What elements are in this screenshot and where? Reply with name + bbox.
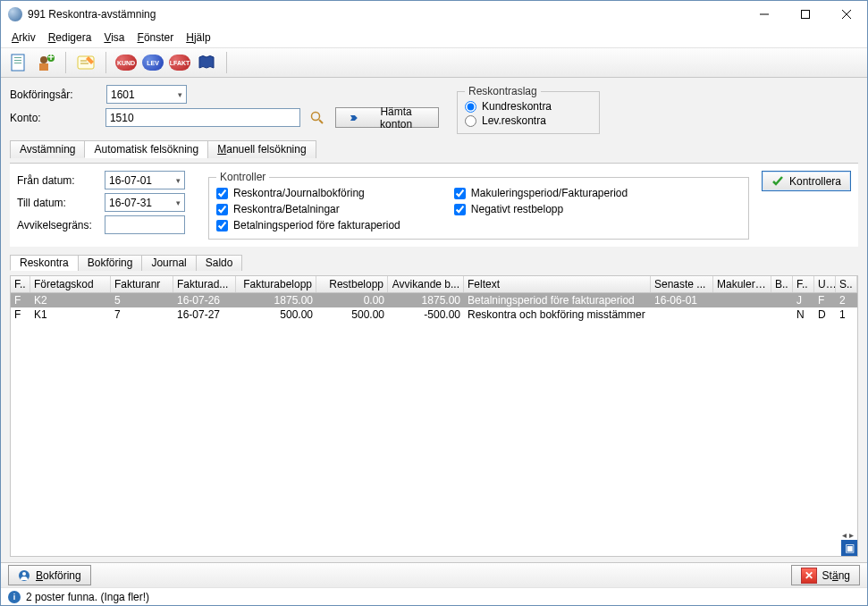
chk-betalningsperiod[interactable] (216, 220, 228, 231)
stang-button[interactable]: ✕ Stäng (791, 565, 860, 585)
kundreskontra-label: Kundreskontra (482, 100, 552, 113)
hamta-konton-label: Hämta konton (363, 105, 429, 130)
col-fakturanr[interactable]: Fakturanr (111, 276, 173, 292)
kontrollera-button[interactable]: Kontrollera (762, 171, 851, 191)
edit-note-icon[interactable] (75, 52, 97, 73)
col-foretagskod[interactable]: Företagskod (30, 276, 111, 292)
col-f2[interactable]: F.. (793, 276, 814, 292)
chk-negativt-restbelopp[interactable] (454, 204, 466, 215)
grid-corner-icon[interactable]: ▣ (841, 540, 857, 556)
menu-visa[interactable]: Visa (98, 29, 130, 46)
chevron-down-icon: ▾ (176, 176, 181, 185)
kontrollera-label: Kontrollera (789, 175, 841, 188)
scroll-arrows-icon[interactable]: ◂ ▸ (842, 530, 857, 540)
chk-reskontra-betalningar[interactable] (216, 204, 228, 215)
chk1-label: Reskontra/Journalbokföring (233, 187, 365, 199)
col-restbelopp[interactable]: Restbelopp (316, 276, 388, 292)
top-form-left: Bokföringsår: 1601 ▾ Konto: Hämta konton (10, 85, 439, 131)
svg-point-15 (312, 112, 320, 120)
info-icon: i (8, 591, 21, 603)
fran-datum-value: 16-07-01 (109, 174, 152, 187)
app-window: 991 Reskontra-avstämning Arkiv Redigera … (0, 0, 868, 606)
subtab-reskontra[interactable]: Reskontra (10, 255, 79, 271)
table-row[interactable]: F K1 7 16-07-27 500.00 500.00 -500.00 Re… (11, 307, 857, 322)
kund-badge-icon[interactable]: KUND (115, 52, 137, 73)
chk-makuleringsperiod[interactable] (454, 188, 466, 199)
cell: D (814, 308, 836, 321)
fran-datum-combo[interactable]: 16-07-01 ▾ (105, 171, 185, 189)
hamta-konton-button[interactable]: Hämta konton (335, 107, 439, 128)
menu-bar: Arkiv Redigera Visa Fönster Hjälp (1, 28, 867, 47)
cell: 500.00 (236, 308, 316, 321)
konto-input[interactable] (105, 108, 300, 127)
tab-automatisk-felsokning[interactable]: Automatisk felsökning (84, 140, 208, 158)
col-fakturad[interactable]: Fakturad... (173, 276, 236, 292)
bottom-bar: Bokföring ✕ Stäng (1, 562, 867, 587)
svg-text:+: + (47, 53, 54, 63)
cell: 5 (111, 294, 173, 307)
svg-line-16 (319, 120, 323, 123)
user-add-icon[interactable]: + (35, 52, 56, 73)
kundreskontra-radio[interactable] (465, 101, 476, 113)
svg-rect-6 (14, 60, 21, 61)
col-s[interactable]: S.. (836, 276, 857, 292)
top-form-row: Bokföringsår: 1601 ▾ Konto: Hämta konton (10, 85, 858, 134)
chevron-down-icon: ▾ (176, 198, 181, 207)
cell: 7 (111, 308, 173, 321)
col-feltext[interactable]: Feltext (464, 276, 651, 292)
col-fakturabelopp[interactable]: Fakturabelopp (236, 276, 316, 292)
maximize-button[interactable] (785, 1, 826, 28)
menu-fonster[interactable]: Fönster (132, 29, 180, 46)
status-text: 2 poster funna. (Inga fler!) (26, 591, 149, 603)
svg-rect-5 (14, 57, 21, 58)
close-button[interactable] (826, 1, 867, 28)
cell: K2 (30, 294, 111, 307)
cell: Reskontra och bokföring misstämmer (464, 308, 651, 321)
bokforing-button[interactable]: Bokföring (8, 565, 91, 585)
col-b[interactable]: B.. (771, 276, 793, 292)
bokforingsar-combo[interactable]: 1601 ▾ (106, 85, 187, 104)
tab-avstamning[interactable]: Avstämning (10, 140, 85, 158)
col-u[interactable]: U.. (814, 276, 836, 292)
subtab-journal[interactable]: Journal (141, 255, 196, 271)
grid-body[interactable]: F K2 5 16-07-26 1875.00 0.00 1875.00 Bet… (11, 293, 857, 556)
col-senaste[interactable]: Senaste ... (651, 276, 713, 292)
toolbar-separator (65, 52, 66, 73)
close-icon: ✕ (801, 568, 817, 584)
cell: J (793, 294, 814, 307)
result-grid: F.. Företagskod Fakturanr Fakturad... Fa… (10, 275, 858, 557)
tab-manuell-felsokning[interactable]: Manuell felsökning (207, 140, 316, 158)
menu-arkiv[interactable]: Arkiv (6, 29, 41, 46)
col-f[interactable]: F.. (11, 276, 30, 292)
cell: Betalningsperiod före fakturaperiod (464, 294, 651, 307)
svg-point-8 (40, 56, 47, 63)
toolbar: + KUND LEV LFAKT (1, 47, 867, 78)
subtab-bokforing[interactable]: Bokföring (78, 255, 143, 271)
cell: 16-06-01 (651, 294, 713, 307)
lfakt-badge-icon[interactable]: LFAKT (169, 52, 190, 73)
subtab-saldo[interactable]: Saldo (196, 255, 243, 271)
levreskontra-label: Lev.reskontra (482, 114, 546, 127)
menu-hjalp[interactable]: Hjälp (181, 29, 215, 46)
toolbar-separator (226, 52, 227, 73)
cell: F (11, 308, 30, 321)
book-icon[interactable] (196, 52, 217, 73)
reskontraslag-group: Reskontraslag Kundreskontra Lev.reskontr… (457, 85, 600, 134)
table-row[interactable]: F K2 5 16-07-26 1875.00 0.00 1875.00 Bet… (11, 293, 857, 307)
till-datum-value: 16-07-31 (109, 197, 152, 209)
minimize-button[interactable] (744, 1, 785, 28)
grid-footer-controls: ◂ ▸ ▣ (841, 530, 857, 556)
col-avvikande[interactable]: Avvikande b... (388, 276, 464, 292)
search-konto-button[interactable] (308, 108, 329, 128)
chk-reskontra-journal[interactable] (216, 188, 228, 199)
col-makulera[interactable]: Makulera... (713, 276, 771, 292)
content-area: Bokföringsår: 1601 ▾ Konto: Hämta konton (1, 78, 867, 562)
bokforingsar-value: 1601 (111, 88, 135, 101)
lev-badge-icon[interactable]: LEV (142, 52, 164, 73)
avvikelsegrans-input[interactable] (105, 215, 185, 234)
kontroller-group: Kontroller Reskontra/Journalbokföring Re… (208, 171, 749, 240)
levreskontra-radio[interactable] (465, 115, 476, 127)
till-datum-combo[interactable]: 16-07-31 ▾ (105, 193, 185, 212)
menu-redigera[interactable]: Redigera (43, 29, 97, 46)
document-icon[interactable] (8, 52, 29, 73)
